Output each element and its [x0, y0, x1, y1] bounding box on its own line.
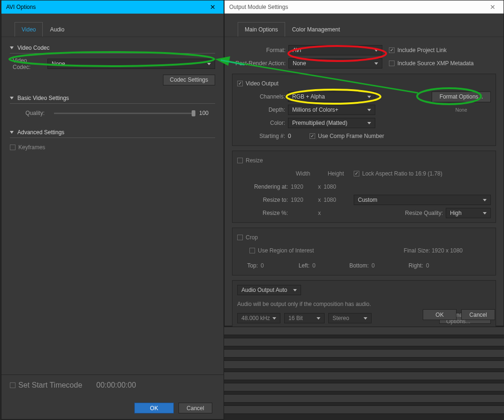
tab-video[interactable]: Video	[15, 22, 43, 37]
crop-right-value[interactable]: 0	[426, 262, 445, 269]
lock-aspect-checkbox[interactable]	[354, 171, 359, 176]
close-icon[interactable]: ✕	[482, 3, 504, 11]
video-output-panel: Video Output Channels: RGB + Alpha Forma…	[232, 74, 496, 146]
audio-stereo-dropdown[interactable]: Stereo	[328, 313, 372, 323]
video-codec-dropdown[interactable]: None	[47, 59, 215, 69]
post-render-value: None	[293, 60, 306, 67]
resize-height[interactable]: 1080	[324, 197, 348, 203]
cancel-button[interactable]: Cancel	[461, 309, 495, 320]
collapse-icon	[10, 131, 14, 134]
crop-top-label: Top:	[237, 262, 261, 269]
crop-bottom-value[interactable]: 0	[372, 262, 395, 269]
crop-left-value[interactable]: 0	[312, 262, 336, 269]
avi-options-dialog: AVI Options ✕ Video Audio Video Codec Vi…	[1, 0, 224, 420]
close-icon[interactable]: ✕	[202, 3, 224, 11]
advanced-settings-section[interactable]: Advanced Settings	[10, 126, 215, 137]
format-options-button[interactable]: Format Options...	[432, 92, 491, 102]
tab-main-options[interactable]: Main Options	[238, 22, 285, 37]
crop-top-value[interactable]: 0	[261, 262, 284, 269]
x-sep: x	[315, 183, 324, 190]
use-roi-checkbox[interactable]	[249, 248, 255, 253]
starting-value[interactable]: 0	[288, 133, 310, 139]
resize-to-label: Resize to:	[237, 197, 291, 203]
video-output-checkbox[interactable]	[237, 81, 243, 86]
collapse-icon	[10, 97, 14, 99]
tab-audio[interactable]: Audio	[43, 22, 71, 37]
format-dropdown[interactable]: AVI	[288, 45, 382, 55]
chevron-down-icon	[374, 49, 378, 52]
color-dropdown[interactable]: Premultiplied (Matted)	[288, 118, 375, 128]
chevron-down-icon	[317, 317, 320, 320]
color-value: Premultiplied (Matted)	[292, 120, 347, 126]
chevron-down-icon	[364, 317, 367, 320]
depth-label: Depth:	[237, 107, 288, 113]
background-strips	[224, 327, 504, 417]
post-render-dropdown[interactable]: None	[288, 58, 382, 69]
tab-color-management[interactable]: Color Management	[285, 22, 347, 37]
start-timecode-value: 00:00:00:00	[96, 381, 136, 389]
crop-checkbox[interactable]	[237, 235, 243, 240]
format-none-note: None	[432, 107, 491, 113]
audio-bit-value: 16 Bit	[288, 315, 303, 321]
lock-aspect-label: Lock Aspect Ratio to 16:9 (1.78)	[362, 170, 442, 177]
format-label: Format:	[232, 47, 288, 53]
keyframes-label: Keyframes	[18, 144, 45, 151]
chevron-down-icon	[483, 199, 487, 201]
x-sep: x	[315, 197, 324, 203]
color-label: Color:	[237, 120, 288, 126]
post-render-label: Post-Render Action:	[232, 60, 288, 67]
audio-hz-value: 48.000 kHz	[241, 315, 270, 321]
cancel-button[interactable]: Cancel	[178, 403, 212, 413]
tabs: Video Audio	[1, 14, 224, 37]
crop-right-label: Right:	[395, 262, 426, 269]
include-project-link-checkbox[interactable]	[389, 47, 395, 53]
quality-slider[interactable]	[54, 113, 195, 114]
resize-width[interactable]: 1920	[291, 197, 315, 203]
basic-settings-section[interactable]: Basic Video Settings	[10, 92, 215, 103]
resize-title: Resize	[246, 157, 263, 164]
ok-button[interactable]: OK	[423, 309, 457, 320]
audio-hz-dropdown[interactable]: 48.000 kHz	[237, 313, 280, 323]
chevron-down-icon	[367, 109, 371, 111]
keyframes-checkbox[interactable]	[10, 145, 16, 150]
use-comp-frame-label: Use Comp Frame Number	[318, 133, 384, 139]
resize-quality-dropdown[interactable]: High	[446, 208, 491, 218]
include-xmp-checkbox[interactable]	[389, 61, 395, 66]
crop-left-label: Left:	[284, 262, 312, 269]
channels-value: RGB + Alpha	[292, 93, 325, 100]
use-comp-frame-checkbox[interactable]	[310, 133, 315, 139]
rendering-width: 1920	[291, 183, 315, 190]
start-timecode-checkbox[interactable]	[10, 382, 16, 388]
starting-label: Starting #:	[237, 133, 288, 139]
title-bar: AVI Options ✕	[1, 0, 224, 14]
video-codec-value: None	[52, 61, 65, 67]
video-codec-label: Video Codec:	[10, 57, 47, 70]
format-value: AVI	[293, 47, 301, 53]
resize-checkbox[interactable]	[237, 158, 243, 163]
output-module-settings-dialog: Output Module Settings ✕ Main Options Co…	[224, 0, 504, 326]
final-size: Final Size: 1920 x 1080	[404, 247, 463, 254]
depth-value: Millions of Colors+	[292, 107, 338, 113]
video-codec-section[interactable]: Video Codec	[10, 42, 215, 53]
audio-output-dropdown[interactable]: Audio Output Auto	[237, 285, 301, 295]
channels-label: Channels:	[237, 93, 288, 100]
audio-panel: Audio Output Auto Audio will be output o…	[232, 280, 496, 328]
audio-stereo-value: Stereo	[333, 315, 349, 321]
x-sep: x	[315, 210, 324, 216]
channels-dropdown[interactable]: RGB + Alpha	[288, 92, 375, 102]
resize-pct-label: Resize %:	[237, 210, 291, 216]
ok-button[interactable]: OK	[134, 403, 174, 413]
chevron-down-icon	[207, 63, 211, 65]
resize-preset-dropdown[interactable]: Custom	[354, 195, 491, 205]
resize-quality-label: Resize Quality:	[405, 210, 446, 216]
title-bar: Output Module Settings ✕	[225, 0, 504, 14]
crop-panel: Crop Use Region of Interest Final Size: …	[232, 228, 496, 275]
codec-settings-button[interactable]: Codec Settings	[163, 75, 215, 85]
depth-dropdown[interactable]: Millions of Colors+	[288, 105, 375, 115]
slider-handle-icon[interactable]	[192, 110, 195, 116]
chevron-down-icon	[367, 96, 371, 98]
chevron-down-icon	[293, 289, 297, 291]
chevron-down-icon	[374, 62, 378, 65]
audio-bit-dropdown[interactable]: 16 Bit	[284, 313, 325, 323]
collapse-icon	[10, 46, 14, 49]
